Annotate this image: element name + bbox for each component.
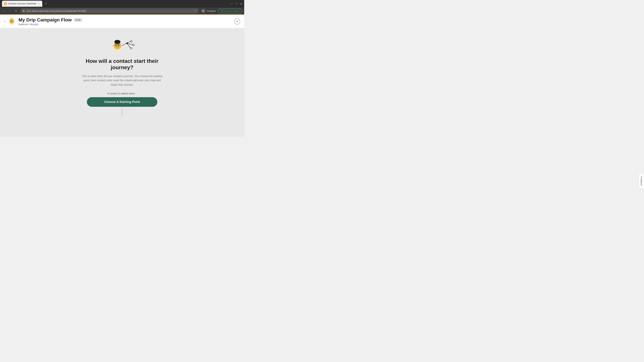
tab-favicon: M bbox=[4, 2, 7, 5]
forward-nav-button[interactable]: › bbox=[8, 9, 12, 12]
svg-point-18 bbox=[114, 40, 120, 44]
svg-point-14 bbox=[116, 44, 117, 45]
address-bar-row: ‹ › ↻ 🔒 us21.admin.mailchimp.com/custome… bbox=[0, 7, 244, 15]
header-title-area: My Drip Campaign Flow Draft Audience: Mo… bbox=[18, 17, 82, 26]
minimize-button[interactable]: — bbox=[230, 2, 233, 5]
svg-point-7 bbox=[10, 21, 11, 22]
lock-icon: 🔒 bbox=[22, 10, 25, 12]
incognito-label: Incognito bbox=[207, 10, 216, 12]
bookmark-icon[interactable]: ☆ bbox=[194, 9, 196, 12]
svg-point-31 bbox=[130, 40, 132, 42]
svg-point-34 bbox=[126, 42, 128, 44]
mascot-illustration bbox=[109, 38, 136, 54]
address-bar[interactable]: 🔒 us21.admin.mailchimp.com/customer-jour… bbox=[20, 8, 199, 13]
maximize-button[interactable]: □ bbox=[236, 2, 237, 5]
svg-line-27 bbox=[122, 43, 126, 46]
campaign-title-row: My Drip Campaign Flow Draft bbox=[18, 17, 82, 23]
journey-heading: How will a contact start their journey? bbox=[80, 58, 164, 71]
incognito-avatar bbox=[201, 8, 206, 13]
svg-point-32 bbox=[133, 44, 134, 46]
draft-badge: Draft bbox=[74, 18, 82, 22]
new-tab-button[interactable]: + bbox=[44, 1, 48, 6]
connector-line bbox=[122, 108, 122, 116]
contact-added-label: A contact is added when... bbox=[107, 92, 137, 95]
svg-point-15 bbox=[118, 44, 120, 45]
url-text: us21.admin.mailchimp.com/customer-journe… bbox=[26, 10, 86, 12]
close-button[interactable]: ✕ bbox=[234, 18, 240, 24]
relaunch-button[interactable]: Relaunch to update bbox=[218, 9, 242, 13]
svg-point-16 bbox=[116, 44, 116, 45]
svg-point-21 bbox=[114, 46, 116, 47]
reload-button[interactable]: ↻ bbox=[14, 9, 18, 12]
window-controls: — □ ✕ bbox=[230, 2, 242, 5]
audience-line: Audience: Moodjoy bbox=[18, 23, 82, 26]
tab-title: Customer Journeys | Mailchimp bbox=[8, 2, 36, 5]
audience-prefix: Audience: bbox=[18, 23, 30, 26]
back-nav-button[interactable]: ‹ bbox=[2, 9, 6, 12]
app-header: ‹ My Drip Campaign Flow Draft Audience: … bbox=[0, 15, 244, 28]
browser-tab[interactable]: M Customer Journeys | Mailchimp × bbox=[2, 1, 42, 7]
incognito-area: Incognito bbox=[201, 8, 216, 13]
close-icon: ✕ bbox=[236, 19, 238, 23]
svg-point-33 bbox=[130, 47, 132, 49]
journey-card: How will a contact start their journey? … bbox=[80, 38, 164, 116]
audience-link[interactable]: Moodjoy bbox=[30, 23, 38, 26]
mailchimp-logo bbox=[8, 17, 16, 25]
svg-point-8 bbox=[13, 21, 14, 22]
journey-description: This is what kicks off your contact's jo… bbox=[80, 74, 164, 87]
main-content: How will a contact start their journey? … bbox=[0, 28, 244, 137]
svg-point-22 bbox=[119, 46, 121, 47]
choose-starting-point-button[interactable]: Choose A Starting Point bbox=[87, 97, 157, 107]
svg-point-17 bbox=[119, 44, 119, 45]
close-window-button[interactable]: ✕ bbox=[240, 2, 242, 5]
back-button[interactable]: ‹ bbox=[4, 19, 5, 23]
address-bar-actions: ☆ bbox=[194, 9, 196, 12]
browser-chrome: M Customer Journeys | Mailchimp × + — □ … bbox=[0, 0, 244, 7]
svg-point-6 bbox=[10, 18, 14, 21]
campaign-title: My Drip Campaign Flow bbox=[18, 17, 72, 23]
tab-close-button[interactable]: × bbox=[38, 2, 40, 5]
